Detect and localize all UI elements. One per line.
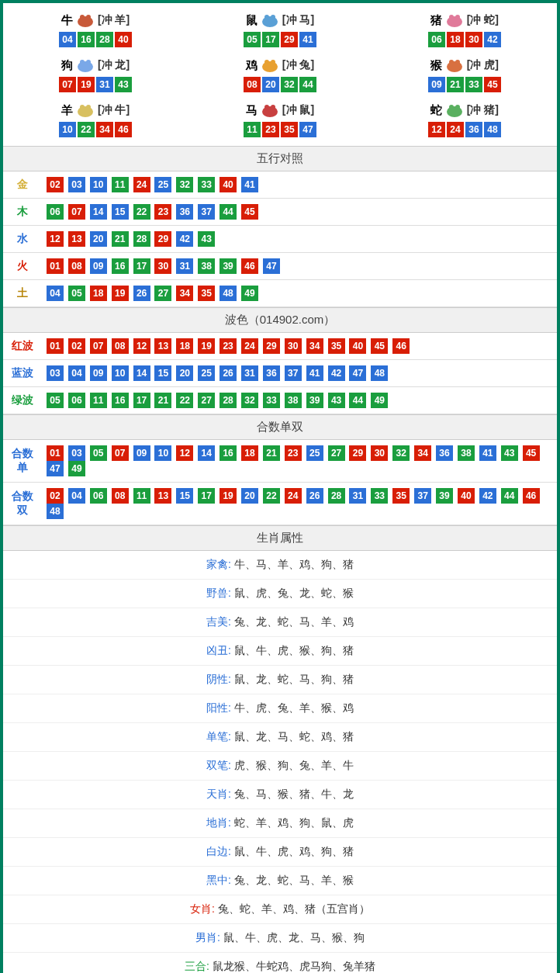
ball: 35 (328, 338, 345, 354)
ball: 49 (371, 393, 388, 408)
zodiac-chong: [冲 鼠] (282, 103, 314, 117)
attr-value: 牛、马、羊、鸡、狗、猪 (234, 558, 354, 570)
ball: 48 (220, 286, 237, 301)
attr-row: 吉美: 兔、龙、蛇、马、羊、鸡 (3, 608, 557, 637)
monkey-icon (444, 57, 465, 74)
ball-row: 05 06 11 16 17 21 22 27 28 32 33 38 39 4… (42, 387, 557, 414)
ball: 15 (112, 204, 129, 220)
zodiac-name: 鸡 (246, 58, 258, 73)
ball: 39 (436, 488, 453, 504)
ball: 31 (241, 365, 258, 381)
ball: 21 (154, 393, 171, 408)
rooster-icon (259, 57, 281, 74)
ball: 46 (523, 488, 540, 504)
ball: 40 (458, 488, 475, 504)
ball: 24 (133, 177, 150, 192)
cow-icon (74, 12, 96, 29)
ball: 41 (306, 365, 323, 381)
ball: 09 (428, 77, 445, 92)
wuxing-header: 五行对照 (3, 146, 557, 171)
ball: 35 (281, 122, 298, 137)
ball: 41 (241, 177, 258, 192)
ball-row: 02 03 10 11 24 25 32 33 40 41 (42, 171, 557, 199)
zodiac-chong: [冲 蛇] (467, 13, 499, 27)
ball: 21 (447, 77, 464, 92)
row-label: 土 (3, 280, 42, 307)
attr-row: 白边: 鼠、牛、虎、鸡、狗、猪 (3, 838, 557, 867)
attr-label: 单笔: (206, 730, 231, 743)
ball: 45 (241, 204, 258, 220)
table-row: 火01 08 09 16 17 30 31 38 39 46 47 (3, 253, 557, 280)
ball: 18 (241, 445, 258, 461)
zodiac-chong: [冲 虎] (467, 58, 499, 72)
ball: 44 (349, 393, 366, 408)
ball: 09 (90, 365, 107, 381)
attr-label: 男肖: (195, 931, 220, 944)
attr-value: 牛、虎、兔、羊、猴、鸡 (234, 701, 354, 714)
ball: 02 (47, 177, 64, 192)
attr-label: 家禽: (206, 558, 231, 570)
ball: 22 (263, 488, 280, 504)
zodiac-cell-cow: 牛[冲 羊]04162840 (3, 7, 188, 52)
svg-point-12 (262, 61, 278, 72)
attr-row: 天肖: 兔、马、猴、猪、牛、龙 (3, 781, 557, 809)
zodiac-name: 猴 (430, 58, 442, 73)
svg-point-22 (264, 105, 269, 109)
svg-point-17 (455, 60, 460, 64)
ball: 19 (220, 488, 237, 504)
ball: 05 (90, 445, 107, 461)
ball: 08 (244, 77, 261, 92)
ball: 43 (328, 393, 345, 408)
attr-value: 兔、龙、蛇、马、羊、鸡 (234, 615, 354, 628)
ball: 47 (299, 122, 316, 137)
ball: 48 (484, 122, 501, 137)
ball: 30 (465, 32, 482, 47)
row-label: 金 (3, 171, 42, 199)
svg-point-4 (264, 15, 269, 19)
ball: 28 (96, 32, 113, 47)
ball: 12 (47, 231, 64, 247)
attr-header: 生肖属性 (3, 525, 557, 551)
attr-row: 女肖: 兔、蛇、羊、鸡、猪（五宫肖） (3, 895, 557, 924)
ball: 21 (112, 231, 129, 247)
ball: 01 (47, 338, 64, 354)
pig-icon (444, 12, 465, 29)
attr-row: 凶丑: 鼠、牛、虎、猴、狗、猪 (3, 637, 557, 666)
zodiac-chong: [冲 牛] (98, 103, 130, 117)
attr-row: 双笔: 虎、猴、狗、兔、羊、牛 (3, 752, 557, 781)
ball: 46 (115, 122, 132, 137)
zodiac-name: 牛 (61, 13, 73, 28)
zodiac-name: 马 (246, 103, 258, 118)
dog-icon (74, 57, 96, 74)
svg-point-14 (271, 60, 275, 64)
ball: 32 (392, 445, 410, 461)
svg-point-9 (78, 61, 93, 72)
ball: 22 (78, 122, 95, 137)
ball: 31 (176, 258, 193, 274)
svg-point-3 (262, 16, 278, 27)
ball: 43 (198, 231, 215, 247)
ball: 44 (299, 77, 316, 92)
ball: 28 (328, 488, 345, 504)
ball: 23 (154, 204, 171, 220)
table-row: 合数双02 04 06 08 11 13 15 17 19 20 22 24 2… (3, 483, 557, 525)
ball: 49 (241, 286, 258, 301)
ball: 11 (133, 488, 150, 504)
attr-row: 家禽: 牛、马、羊、鸡、狗、猪 (3, 551, 557, 580)
ball: 40 (220, 177, 237, 192)
ball: 14 (133, 365, 150, 381)
attr-value: 蛇、羊、鸡、狗、鼠、虎 (234, 816, 354, 829)
zodiac-cell-rooster: 鸡[冲 兔]08203244 (188, 52, 372, 97)
ball: 28 (220, 393, 237, 408)
ball: 06 (68, 393, 85, 408)
ball-row: 12 13 20 21 28 29 42 43 (42, 226, 557, 253)
ball: 01 (47, 445, 64, 461)
ball: 04 (59, 32, 76, 47)
svg-point-18 (78, 106, 93, 117)
attr-row: 男肖: 鼠、牛、虎、龙、马、猴、狗 (3, 924, 557, 953)
ball: 07 (68, 204, 85, 220)
ball: 17 (133, 393, 150, 408)
ball: 25 (198, 365, 215, 381)
svg-point-21 (262, 106, 278, 117)
attr-value: 兔、马、猴、猪、牛、龙 (234, 788, 354, 800)
